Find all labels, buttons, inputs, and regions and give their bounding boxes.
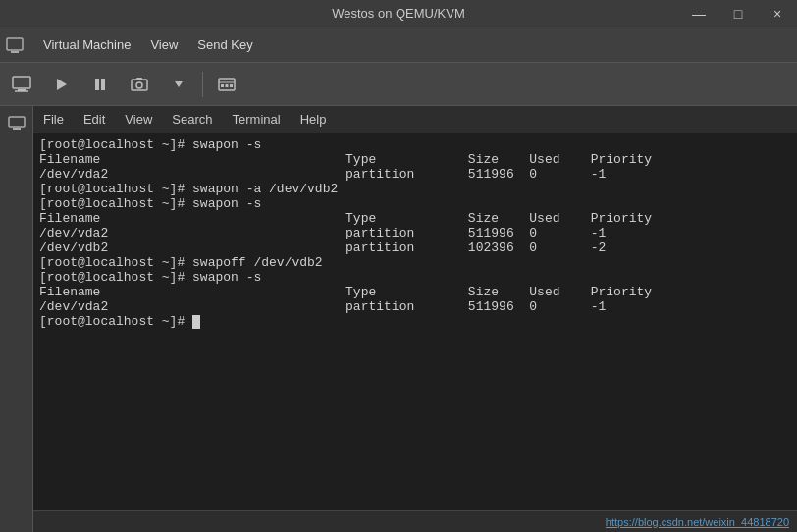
inner-menu-edit[interactable]: Edit [74,106,115,133]
chevron-down-icon [173,79,185,90]
svg-rect-2 [13,77,30,88]
svg-marker-11 [175,81,183,87]
play-button[interactable] [43,68,79,101]
maximize-button[interactable]: □ [718,0,758,27]
terminal-line: /dev/vda2 partition 511996 0 -1 [39,167,606,182]
dropdown-button[interactable] [161,68,196,101]
window-controls: — □ × [679,0,797,27]
terminal-line: [root@localhost ~]# swapon -s [39,196,261,211]
title-bar: Westos on QEMU/KVM — □ × [0,0,797,27]
inner-menu-help[interactable]: Help [291,106,337,133]
terminal-line: Filename Type Size Used Priority [39,211,652,226]
screenshot-icon [131,77,148,92]
cursor [192,315,200,329]
terminal-line: Filename Type Size Used Priority [39,152,652,167]
svg-rect-7 [101,79,105,90]
outer-menu-item-view[interactable]: View [140,27,187,62]
monitor-small-icon [8,116,26,132]
main-area: File Edit View Search Terminal Help [roo… [0,106,797,532]
inner-menu-file[interactable]: File [33,106,74,133]
inner-menu-view[interactable]: View [115,106,162,133]
send-key-button[interactable] [209,68,244,101]
terminal-content[interactable]: [root@localhost ~]# swapon -s Filename T… [33,133,797,510]
svg-rect-0 [7,38,23,50]
terminal-wrapper: File Edit View Search Terminal Help [roo… [33,106,797,532]
pause-button[interactable] [82,68,118,101]
minimize-button[interactable]: — [679,0,718,27]
terminal-line: [root@localhost ~]# swapoff /dev/vdb2 [39,255,323,270]
svg-rect-10 [136,78,142,80]
app-icon [6,36,24,54]
svg-marker-5 [57,79,67,90]
monitor-button[interactable] [4,68,39,101]
terminal-line: /dev/vdb2 partition 102396 0 -2 [39,240,606,255]
window-title: Westos on QEMU/KVM [332,6,465,21]
monitor-icon [12,76,31,93]
svg-rect-18 [13,128,21,130]
svg-rect-15 [226,84,229,87]
sidebar [0,106,33,532]
inner-menu-search[interactable]: Search [162,106,222,133]
status-link[interactable]: https://blog.csdn.net/weixin_44818720 [606,516,789,528]
outer-menu-item-machine[interactable] [0,27,33,62]
inner-menu-bar: File Edit View Search Terminal Help [33,106,797,133]
outer-menu-item-send-key[interactable]: Send Key [187,27,262,62]
terminal-line: Filename Type Size Used Priority [39,285,652,299]
svg-point-9 [136,82,142,88]
pause-icon [92,77,108,92]
svg-rect-16 [230,84,233,87]
status-bar: https://blog.csdn.net/weixin_44818720 [33,510,797,532]
send-key-icon [218,77,236,92]
outer-menu-bar: Virtual Machine View Send Key [0,27,797,63]
terminal-line: /dev/vda2 partition 511996 0 -1 [39,226,606,240]
sidebar-monitor-icon[interactable] [3,110,30,137]
svg-rect-17 [9,117,25,127]
svg-rect-1 [11,51,19,53]
toolbar [0,63,797,106]
screenshot-button[interactable] [122,68,157,101]
close-button[interactable]: × [758,0,797,27]
terminal-line: /dev/vda2 partition 511996 0 -1 [39,299,606,314]
svg-rect-14 [221,84,224,87]
terminal-line: [root@localhost ~]# swapon -s [39,137,261,152]
inner-menu-terminal[interactable]: Terminal [223,106,291,133]
play-icon [53,77,69,92]
terminal-line: [root@localhost ~]# swapon -s [39,270,261,285]
outer-menu-item-virtual-machine[interactable]: Virtual Machine [33,27,140,62]
terminal-line: [root@localhost ~]# [39,314,192,329]
svg-rect-6 [95,79,99,90]
toolbar-separator [202,72,203,97]
terminal-line: [root@localhost ~]# swapon -a /dev/vdb2 [39,182,338,196]
